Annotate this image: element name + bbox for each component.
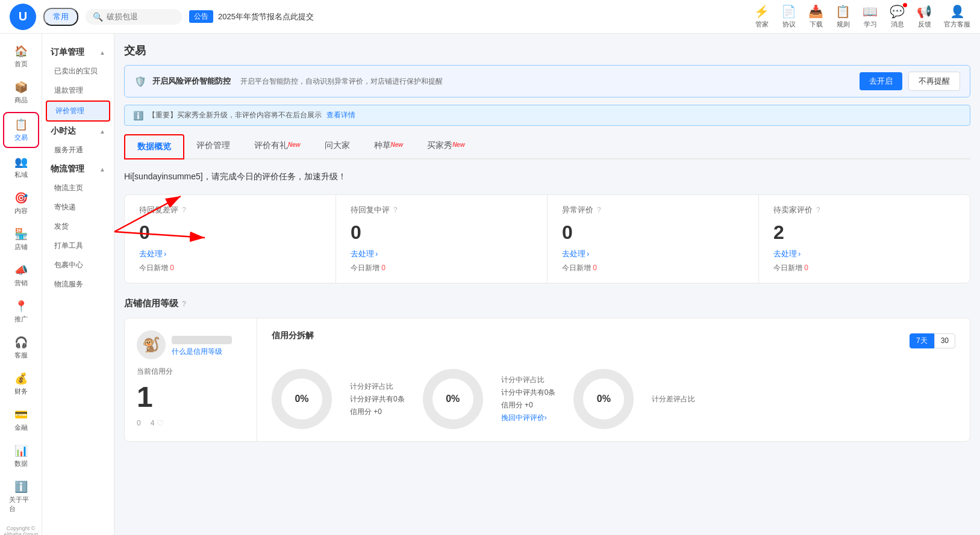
- sidebar-item-营销[interactable]: 📣 营销: [3, 259, 39, 292]
- info-text: 【重要】买家秀全新升级，非评价内容将不在后台展示: [148, 110, 322, 120]
- pie-negative-pct: 0%: [597, 394, 611, 404]
- stat-action-2[interactable]: 去处理: [351, 249, 378, 258]
- help-icon-4[interactable]: ?: [816, 206, 820, 214]
- sidebar-label: 内容: [14, 206, 28, 215]
- sidebar-item-sold-items[interactable]: 已卖出的宝贝: [46, 62, 110, 81]
- credit-name-blur: [172, 336, 232, 344]
- sidebar-label: 商品: [14, 96, 28, 105]
- sidebar-item-package-center[interactable]: 包裹中心: [46, 256, 110, 274]
- stat-pending-negative: 待回复差评 ? 0 去处理 今日新增 0: [125, 195, 336, 283]
- stat-action-3[interactable]: 去处理: [562, 249, 589, 258]
- tab-buyer-show[interactable]: 买家秀New: [415, 134, 477, 158]
- time-btn-30days[interactable]: 30: [934, 333, 955, 348]
- heart-icon: ♡: [157, 418, 164, 428]
- logo-text: U: [19, 10, 27, 23]
- nav-icon-label: 下载: [810, 20, 823, 29]
- tab-ask-everyone[interactable]: 问大家: [313, 134, 362, 158]
- credit-help-icon[interactable]: ?: [182, 300, 186, 308]
- pie-neutral-pct: 0%: [446, 394, 460, 404]
- stat-label-4: 待卖家评价: [773, 205, 813, 215]
- sidebar-item-内容[interactable]: 🎯 内容: [3, 187, 39, 220]
- tab-grass[interactable]: 种草New: [362, 134, 416, 158]
- sidebar-item-print-tools[interactable]: 打单工具: [46, 237, 110, 255]
- sidebar-icon: ℹ️: [14, 480, 28, 493]
- search-bar[interactable]: 🔍: [86, 9, 182, 25]
- stat-today-4: 今日新增 0: [773, 263, 955, 273]
- time-btn-7days[interactable]: 7天: [910, 333, 934, 348]
- sidebar-icon: 📣: [14, 264, 28, 277]
- sidebar-item-service-open[interactable]: 服务开通: [46, 141, 110, 159]
- logistics-management-toggle: ▲: [99, 166, 105, 173]
- nav-icon-反馈[interactable]: 📢 反馈: [917, 4, 932, 29]
- nav-icon-管家[interactable]: ⚡ 管家: [754, 4, 769, 29]
- sidebar-item-logistics-home[interactable]: 物流主页: [46, 179, 110, 197]
- sidebar-item-店铺[interactable]: 🏪 店铺: [3, 223, 39, 256]
- help-icon-3[interactable]: ?: [597, 206, 601, 214]
- sidebar-item-财务[interactable]: 💰 财务: [3, 367, 39, 401]
- nav-icon-sym: 📖: [863, 4, 878, 19]
- nav-icon-消息[interactable]: 💬 消息: [890, 4, 905, 29]
- sidebar-item-shipping[interactable]: 发货: [46, 217, 110, 236]
- search-input[interactable]: [107, 12, 167, 21]
- sidebar-item-交易[interactable]: 📋 交易: [3, 112, 39, 148]
- info-bar: ℹ️ 【重要】买家秀全新升级，非评价内容将不在后台展示 查看详情: [124, 105, 970, 126]
- tab-data-overview[interactable]: 数据概览: [124, 134, 184, 159]
- sidebar-icon: 🎧: [14, 336, 28, 349]
- sidebar-item-review-management[interactable]: 评价管理: [46, 101, 110, 122]
- sidebar-item-商品[interactable]: 📦 商品: [3, 76, 39, 110]
- sidebar-icon: 📋: [14, 118, 28, 131]
- credit-left: 🐒 什么是信用等级 当前信用分 1 0 4: [125, 318, 257, 441]
- sidebar-item-金融[interactable]: 💳 金融: [3, 403, 39, 437]
- stat-value-1: 0: [139, 221, 321, 244]
- sidebar-item-logistics-service[interactable]: 物流服务: [46, 275, 110, 294]
- credit-right-title: 信用分拆解: [272, 330, 314, 341]
- logistics-management-header[interactable]: 物流管理 ▲: [42, 160, 114, 178]
- hourly-delivery-header[interactable]: 小时达 ▲: [42, 122, 114, 140]
- sidebar-item-express-mail[interactable]: 寄快递: [46, 198, 110, 217]
- tab-review-gift[interactable]: 评价有礼New: [242, 134, 313, 158]
- sidebar-item-首页[interactable]: 🏠 首页: [3, 40, 39, 73]
- tab-new-badge-gift: New: [288, 141, 301, 148]
- frequently-button[interactable]: 常用: [43, 8, 78, 26]
- help-icon-1[interactable]: ?: [182, 206, 186, 214]
- nav-icon-label: 管家: [755, 20, 769, 29]
- stat-today-2: 今日新增 0: [351, 263, 532, 273]
- alert-desc: 开启平台智能防控，自动识别异常评价，对店铺进行保护和提醒: [240, 76, 854, 87]
- sidebar-item-refund-management[interactable]: 退款管理: [46, 81, 110, 100]
- nav-icon-sym: 📋: [835, 4, 850, 19]
- nav-icon-下载[interactable]: 📥 下载: [808, 4, 823, 29]
- stat-label-3: 异常评价: [562, 205, 593, 215]
- open-button[interactable]: 去开启: [860, 72, 902, 90]
- dismiss-button[interactable]: 不再提醒: [908, 72, 960, 91]
- sidebar-label: 店铺: [14, 243, 28, 252]
- logo[interactable]: U: [10, 4, 36, 30]
- sidebar-label: 推广: [14, 315, 28, 324]
- tab-review-management[interactable]: 评价管理: [184, 134, 242, 158]
- stat-pending-neutral: 待回复中评 ? 0 去处理 今日新增 0: [336, 195, 548, 283]
- credit-what-is-link[interactable]: 什么是信用等级: [172, 347, 222, 356]
- sidebar-item-推广[interactable]: 📍 推广: [3, 295, 39, 329]
- pie-neutral-link[interactable]: 挽回中评评价›: [501, 413, 547, 423]
- nav-icon-协议[interactable]: 📄 协议: [781, 4, 796, 29]
- stat-action-1[interactable]: 去处理: [139, 249, 166, 258]
- stat-action-4[interactable]: 去处理: [773, 249, 801, 258]
- sidebar-item-私域[interactable]: 👥 私域: [3, 150, 39, 184]
- secondary-sidebar: 订单管理 ▲ 已卖出的宝贝 退款管理 评价管理 小时达 ▲ 服务开通 物流管理 …: [42, 34, 114, 535]
- help-icon-2[interactable]: ?: [393, 206, 398, 214]
- sidebar-item-关于平台[interactable]: ℹ️ 关于平台: [3, 475, 39, 518]
- pie-row: 0% 计分好评占比 计分好评共有0条 信用分 +0 0%: [272, 369, 955, 429]
- order-management-header[interactable]: 订单管理 ▲: [42, 43, 114, 61]
- nav-icon-规则[interactable]: 📋 规则: [835, 4, 850, 29]
- credit-range: 0 4 ♡: [137, 418, 164, 428]
- stat-label-2: 待回复中评: [351, 205, 390, 215]
- nav-icon-学习[interactable]: 📖 学习: [863, 4, 878, 29]
- sidebar-label: 营销: [14, 279, 28, 288]
- sidebar-item-数据[interactable]: 📊 数据: [3, 439, 39, 473]
- hourly-delivery-toggle: ▲: [99, 128, 105, 135]
- sidebar-item-客服[interactable]: 🎧 客服: [3, 331, 39, 365]
- credit-score-label: 当前信用分: [137, 366, 173, 377]
- credit-avatar: 🐒: [137, 330, 166, 359]
- sidebar-label: 关于平台: [9, 495, 33, 513]
- nav-icon-官方客服[interactable]: 👤 官方客服: [944, 4, 970, 29]
- info-link[interactable]: 查看详情: [326, 110, 355, 120]
